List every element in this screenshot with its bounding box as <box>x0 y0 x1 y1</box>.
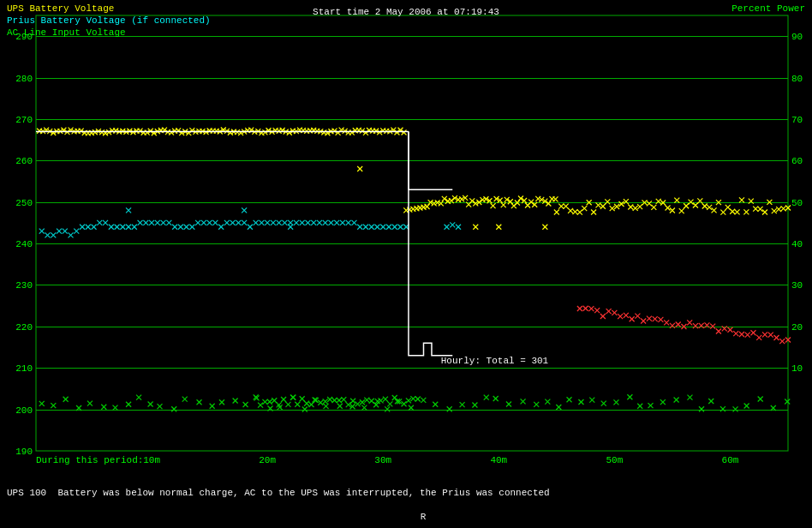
chart-canvas <box>0 0 812 528</box>
chart-container: UPS Battery Voltage Prius Battery Voltag… <box>0 0 812 528</box>
